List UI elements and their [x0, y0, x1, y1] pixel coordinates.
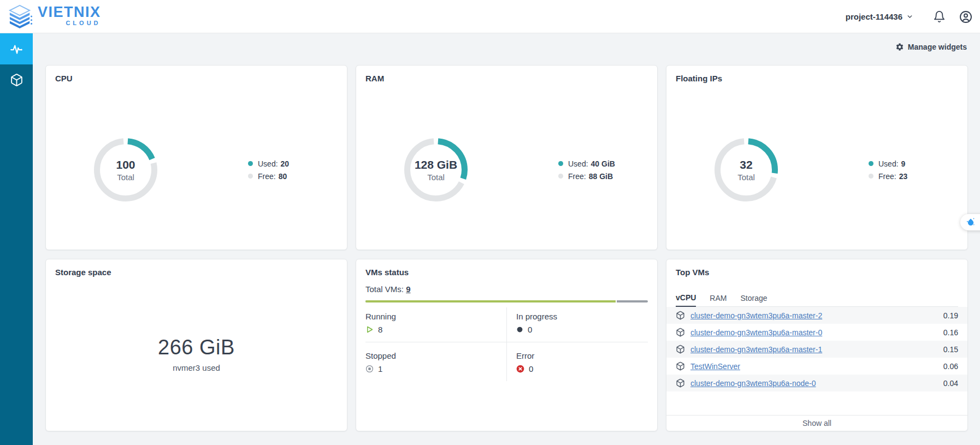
- manage-widgets-label: Manage widgets: [908, 43, 967, 51]
- sidebar-item-instances[interactable]: [0, 64, 33, 96]
- vm-value: 0.19: [943, 311, 958, 320]
- status-value: 1: [378, 364, 382, 373]
- status-label: In progress: [516, 312, 648, 321]
- widget-floating-ips: Floating IPs 32 Total Used: 9 Free: 23: [666, 65, 968, 250]
- widget-title: Floating IPs: [676, 74, 722, 83]
- status-label: Error: [516, 351, 648, 360]
- used-label: Used:: [568, 159, 588, 168]
- vm-value: 0.06: [943, 362, 958, 371]
- vietnix-logo[interactable]: VIETNIX CLOUD: [8, 5, 101, 28]
- stopped-icon: [365, 365, 374, 373]
- widget-title: VMs status: [365, 268, 409, 277]
- ram-total-label: Total: [427, 173, 445, 182]
- free-dot: [248, 174, 253, 179]
- vm-link[interactable]: cluster-demo-gn3wtem3pu6a-node-0: [690, 379, 816, 388]
- widget-title: Storage space: [55, 268, 111, 277]
- tab-storage[interactable]: Storage: [740, 289, 767, 306]
- vm-value: 0.04: [943, 379, 958, 388]
- cpu-total-label: Total: [117, 173, 134, 182]
- free-label: Free:: [878, 172, 896, 181]
- bell-icon: [933, 10, 946, 23]
- used-value: 20: [281, 159, 290, 168]
- show-all-button[interactable]: Show all: [666, 415, 967, 431]
- gear-icon: [895, 43, 904, 51]
- vms-status-grid: Running 8 In progress 0 Stopped 1: [365, 307, 648, 381]
- storage-used-value: 266 GiB: [46, 336, 347, 359]
- tab-vcpu[interactable]: vCPU: [676, 289, 696, 307]
- vm-cube-icon: [676, 345, 685, 354]
- brand-name: VIETNIX: [38, 5, 101, 19]
- legend-used: Used: 40 GiB: [558, 157, 615, 170]
- notifications-button[interactable]: [933, 10, 946, 23]
- vm-cube-icon: [676, 328, 685, 337]
- widget-title: CPU: [55, 74, 73, 83]
- legend-free: Free: 23: [869, 170, 907, 182]
- brand-subtitle: CLOUD: [38, 20, 101, 26]
- account-icon: [959, 10, 972, 23]
- used-label: Used:: [258, 159, 278, 168]
- table-row: cluster-demo-gn3wtem3pu6a-master-1 0.15: [666, 341, 967, 358]
- tab-ram[interactable]: RAM: [710, 289, 727, 306]
- used-dot: [248, 161, 253, 166]
- used-dot: [558, 161, 563, 166]
- ram-total-value: 128 GiB: [415, 158, 457, 171]
- used-value: 9: [901, 159, 906, 168]
- ram-legend: Used: 40 GiB Free: 88 GiB: [558, 157, 615, 182]
- vm-link[interactable]: cluster-demo-gn3wtem3pu6a-master-0: [690, 328, 822, 337]
- widget-top-vms: Top VMs vCPU RAM Storage cluster-demo-gn…: [666, 259, 968, 431]
- cube-icon: [10, 73, 23, 87]
- total-vms-link[interactable]: 9: [406, 284, 410, 294]
- legend-used: Used: 20: [248, 157, 289, 170]
- app-header: VIETNIX CLOUD project-114436: [0, 0, 980, 33]
- free-dot: [869, 174, 873, 179]
- play-icon: [365, 325, 374, 334]
- table-row: cluster-demo-gn3wtem3pu6a-master-0 0.16: [666, 324, 967, 341]
- project-selector[interactable]: project-114436: [846, 12, 913, 21]
- legend-used: Used: 9: [869, 157, 907, 170]
- table-row: cluster-demo-gn3wtem3pu6a-master-2 0.19: [666, 307, 967, 324]
- vm-link[interactable]: TestWinServer: [690, 362, 740, 371]
- manage-widgets-button[interactable]: Manage widgets: [895, 43, 967, 51]
- activity-icon: [9, 42, 23, 56]
- logo-stack-icon: [8, 5, 33, 28]
- vm-link[interactable]: cluster-demo-gn3wtem3pu6a-master-2: [690, 311, 822, 320]
- table-row: cluster-demo-gn3wtem3pu6a-node-0 0.04: [666, 375, 967, 391]
- widget-title: RAM: [365, 74, 384, 83]
- floating-ips-total-label: Total: [737, 173, 755, 182]
- legend-free: Free: 88 GiB: [558, 170, 615, 182]
- status-cell-in-progress: In progress 0: [507, 307, 648, 342]
- support-widget-button[interactable]: [960, 214, 980, 230]
- top-vms-list: cluster-demo-gn3wtem3pu6a-master-2 0.19 …: [666, 307, 967, 391]
- sidebar-item-dashboard[interactable]: [0, 33, 33, 64]
- free-value: 88 GiB: [589, 172, 613, 181]
- free-label: Free:: [258, 172, 276, 181]
- total-vms-label: Total VMs:: [365, 284, 404, 294]
- top-vms-tabs: vCPU RAM Storage: [676, 289, 958, 307]
- vm-cube-icon: [676, 361, 685, 371]
- vms-status-bar: [365, 300, 648, 302]
- widget-storage-space: Storage space 266 GiB nvmer3 used: [45, 259, 347, 431]
- status-cell-running: Running 8: [365, 307, 507, 342]
- cpu-total-value: 100: [116, 158, 135, 171]
- in-progress-icon: [516, 326, 523, 333]
- free-value: 23: [899, 172, 908, 181]
- project-selector-label: project-114436: [846, 12, 902, 21]
- vm-cube-icon: [676, 378, 685, 388]
- storage-used-caption: nvmer3 used: [46, 363, 347, 372]
- free-value: 80: [279, 172, 287, 181]
- widget-vms-status: VMs status Total VMs: 9 Running 8 In pro…: [356, 259, 658, 431]
- account-button[interactable]: [959, 10, 972, 23]
- vm-link[interactable]: cluster-demo-gn3wtem3pu6a-master-1: [690, 345, 822, 354]
- droplet-icon: [965, 217, 976, 228]
- used-label: Used:: [878, 159, 899, 168]
- error-icon: [516, 365, 524, 373]
- table-row: TestWinServer 0.06: [666, 358, 967, 375]
- used-value: 40 GiB: [591, 159, 615, 168]
- dashboard-grid: CPU 100 Total Used: 20 Free: 80 RAM: [45, 65, 968, 431]
- status-cell-error: Error 0: [507, 342, 648, 381]
- floating-ips-legend: Used: 9 Free: 23: [869, 157, 907, 182]
- vms-status-bar-running: [365, 300, 617, 302]
- legend-free: Free: 80: [248, 170, 289, 182]
- status-label: Running: [365, 312, 506, 321]
- status-value: 8: [378, 325, 382, 334]
